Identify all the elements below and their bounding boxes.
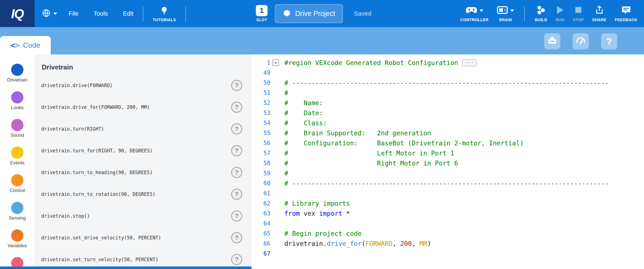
category-dot-icon [11,91,23,104]
code-line[interactable]: 51# [251,88,644,98]
sidebar-item-events[interactable]: Events [10,146,25,174]
controller-button[interactable]: CONTROLLER [460,5,488,22]
stop-button[interactable]: STOP [573,5,584,22]
menu-edit[interactable]: Edit [115,10,141,17]
tutorials-button[interactable]: TUTORIALS [153,5,176,22]
code-line[interactable]: 66drivetrain.drive_for(FORWARD, 200, MM) [251,239,644,249]
command-row[interactable]: drivetrain.drive(FORWARD)? [41,75,242,96]
menu-bar: FileToolsEdit [61,10,141,17]
code-token: # Left Motor in Port 1 [284,150,454,157]
slot-label: SLOT [256,18,267,22]
command-row[interactable]: drivetrain.set_drive_velocity(50, PERCEN… [41,227,242,249]
code-line[interactable]: 55# Brain Supported: 2nd generation [251,128,644,138]
menu-tools[interactable]: Tools [86,10,115,17]
tab-code[interactable]: <> Code [0,36,51,54]
code-line[interactable]: 63from vex import * [251,208,644,218]
run-button[interactable]: RUN [556,5,565,22]
code-token: from [284,210,300,217]
sidebar-item-looks[interactable]: Looks [11,91,23,119]
folded-region-ellipsis[interactable]: ··· [462,59,477,66]
code-text: # Left Motor in Port 1 [284,148,454,158]
code-line[interactable]: 49 [251,68,644,78]
share-button[interactable]: SHARE [592,5,606,22]
command-row[interactable]: drivetrain.turn_to_heading(90, DEGREES)? [41,162,242,183]
code-lines: 1+#region VEXcode Generated Robot Config… [251,58,644,259]
code-line[interactable]: 59# [251,168,644,178]
question-icon: ? [606,36,612,47]
command-row[interactable]: drivetrain.drive_for(FORWARD, 200, MM)? [41,96,242,118]
project-name-button[interactable]: Drive Project [275,4,343,23]
menu-file[interactable]: File [61,10,86,17]
code-line[interactable]: 52# Name: [251,98,644,108]
line-number: 58 [251,158,270,168]
line-number: 56 [251,138,270,148]
sidebar-item-control[interactable]: Control [10,174,25,202]
command-row[interactable]: drivetrain.turn_for(RIGHT, 90, DEGREES)? [41,140,242,162]
category-label: Events [10,160,25,166]
code-line[interactable]: 56# Configuration: BaseBot (Drivetrain 2… [251,138,644,148]
sidebar-item-sound[interactable]: Sound [10,119,24,146]
command-help-button[interactable]: ? [231,210,242,222]
command-text: drivetrain.drive_for(FORWARD, 200, MM) [41,104,231,110]
code-token: # Name: [284,99,323,107]
line-number: 52 [251,98,270,108]
command-help-button[interactable]: ? [231,123,242,134]
gauge-button[interactable] [573,33,589,49]
command-help-button[interactable]: ? [231,232,242,243]
code-token: ) [427,240,431,247]
fold-expand-icon[interactable]: + [272,59,279,66]
brain-button[interactable]: BRAIN [497,5,514,22]
code-line[interactable]: 1+#region VEXcode Generated Robot Config… [251,58,644,68]
category-label: Drivetrain [7,77,28,83]
code-line[interactable]: 65# Begin project code [251,229,644,239]
feedback-button[interactable]: FEEDBACK [615,5,637,22]
code-line[interactable]: 67 [251,249,644,259]
category-label: Sound [10,133,24,138]
run-label: RUN [556,18,565,22]
command-help-button[interactable]: ? [231,189,242,200]
code-text: # Date: [284,108,323,118]
command-help-button[interactable]: ? [231,254,242,265]
command-help-button[interactable]: ? [231,145,242,156]
code-line[interactable]: 64 [251,218,644,229]
code-text: # Begin project code [284,229,362,239]
command-row[interactable]: drivetrain.stop()? [41,205,242,227]
code-line[interactable]: 57# Left Motor in Port 1 [251,148,644,158]
main-content: DrivetrainLooksSoundEventsControlSensing… [0,54,644,269]
code-text: # Name: [284,98,323,108]
code-line[interactable]: 54# Class: [251,118,644,128]
sidebar-item-sensing[interactable]: Sensing [9,202,26,229]
command-help-button[interactable]: ? [231,102,242,113]
sidebar-item-variables[interactable]: Variables [8,229,27,257]
top-toolbar: IQ FileToolsEdit TUTORIALS 1 SLOT Drive … [0,0,644,27]
build-label: BUILD [535,18,547,22]
command-row[interactable]: drivetrain.set_turn_velocity(50, PERCENT… [41,249,242,269]
command-help-button[interactable]: ? [231,80,242,91]
device-info-button[interactable] [544,33,560,49]
code-line[interactable]: 50# ------------------------------------… [251,78,644,88]
command-row[interactable]: drivetrain.turn(RIGHT)? [41,118,242,140]
command-panel: Drivetrain drivetrain.drive(FORWARD)?dri… [35,54,251,269]
tab-bar: <> Code ? [0,27,644,54]
code-line[interactable]: 61 [251,188,644,198]
slot-button[interactable]: 1 SLOT [256,5,268,22]
code-token: , [412,240,420,247]
category-sidebar: DrivetrainLooksSoundEventsControlSensing… [0,54,35,269]
line-number: 55 [251,128,270,138]
language-button[interactable] [42,9,57,19]
build-icon [536,5,546,16]
code-line[interactable]: 53# Date: [251,108,644,118]
code-text: # [284,88,288,98]
chevron-down-icon [510,9,514,12]
command-help-button[interactable]: ? [231,167,242,178]
code-line[interactable]: 58# Right Motor in Port 6 [251,158,644,168]
build-button[interactable]: BUILD [535,5,547,22]
command-row[interactable]: drivetrain.turn_to_rotation(90, DEGREES)… [41,183,242,205]
code-editor[interactable]: 1+#region VEXcode Generated Robot Config… [251,54,644,269]
line-number: 49 [251,68,270,78]
code-line[interactable]: 60# ------------------------------------… [251,178,644,188]
sidebar-item-drivetrain[interactable]: Drivetrain [7,64,28,91]
help-button[interactable]: ? [601,33,617,49]
code-token: # Library imports [284,200,350,207]
code-line[interactable]: 62# Library imports [251,198,644,208]
